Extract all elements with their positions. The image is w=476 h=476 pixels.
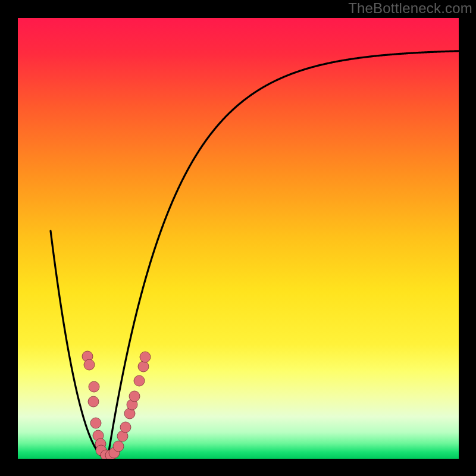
sample-marker: [134, 375, 145, 386]
sample-marker: [84, 359, 95, 370]
sample-marker: [113, 441, 124, 452]
sample-marker: [138, 361, 149, 372]
chart-svg: [18, 18, 459, 459]
plot-area: [18, 18, 459, 459]
sample-marker: [129, 391, 140, 402]
outer-frame: TheBottleneck.com: [0, 0, 476, 476]
sample-marker: [88, 396, 99, 407]
gradient-background: [18, 18, 459, 459]
sample-marker: [120, 422, 131, 433]
sample-marker: [140, 352, 151, 362]
sample-marker: [89, 381, 99, 392]
sample-marker: [90, 418, 101, 428]
watermark-text: TheBottleneck.com: [348, 0, 472, 17]
